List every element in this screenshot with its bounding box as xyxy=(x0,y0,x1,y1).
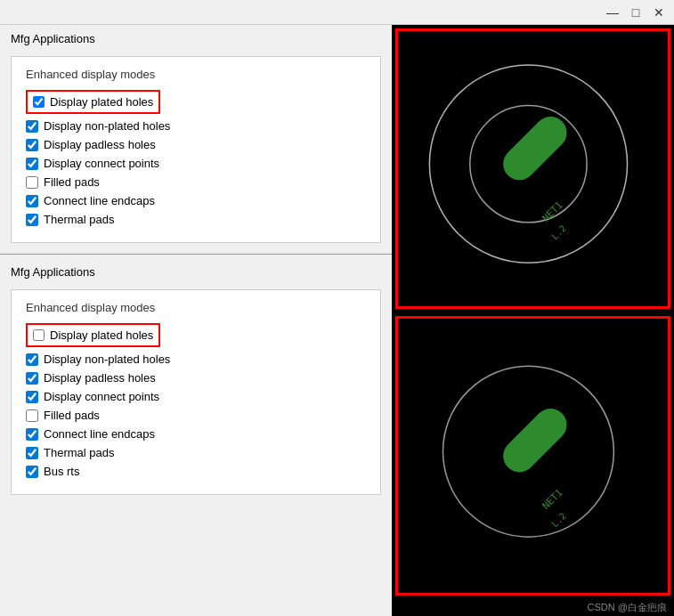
thermal-pads-2-label[interactable]: Thermal pads xyxy=(44,446,114,459)
filled-pads-label[interactable]: Filled pads xyxy=(44,175,100,189)
display-plated-holes-2-label[interactable]: Display plated holes xyxy=(50,328,153,342)
minimize-button[interactable]: — xyxy=(605,4,621,20)
right-panel: NET1 L.2 NET1 L.2 CSDN @白金疤痕 xyxy=(392,25,674,616)
display-non-plated-holes-label[interactable]: Display non-plated holes xyxy=(44,119,170,133)
close-button[interactable]: ✕ xyxy=(651,4,667,20)
svg-rect-2 xyxy=(497,109,573,186)
top-highlighted-checkbox-wrapper: Display plated holes xyxy=(26,90,160,114)
connect-line-endcaps-checkbox[interactable] xyxy=(26,195,38,207)
display-connect-points-checkbox[interactable] xyxy=(26,158,38,170)
window-controls: — □ ✕ xyxy=(605,4,667,20)
watermark: CSDN @白金疤痕 xyxy=(392,599,674,616)
bottom-item-8: Bus rts xyxy=(26,465,366,478)
display-connect-points-label[interactable]: Display connect points xyxy=(44,157,159,170)
top-item-4: Display connect points xyxy=(26,157,366,170)
display-padless-holes-label[interactable]: Display padless holes xyxy=(44,138,156,151)
filled-pads-checkbox[interactable] xyxy=(26,176,38,189)
main-content: Mfg Applications Enhanced display modes … xyxy=(0,25,674,616)
top-settings-box: Enhanced display modes Display plated ho… xyxy=(11,56,381,243)
connect-line-endcaps-2-label[interactable]: Connect line endcaps xyxy=(44,427,155,441)
display-connect-points-2-label[interactable]: Display connect points xyxy=(44,390,159,403)
display-padless-holes-2-label[interactable]: Display padless holes xyxy=(44,371,156,385)
top-highlight-wrapper: Display plated holes xyxy=(26,90,366,114)
display-non-plated-holes-checkbox[interactable] xyxy=(26,120,38,133)
connect-line-endcaps-label[interactable]: Connect line endcaps xyxy=(44,194,155,207)
svg-text:L.2: L.2 xyxy=(549,223,568,242)
top-item-7: Thermal pads xyxy=(26,213,366,226)
pcb-bottom-visualization: NET1 L.2 xyxy=(395,316,670,596)
display-plated-holes-label[interactable]: Display plated holes xyxy=(50,95,153,109)
bottom-highlighted-checkbox-wrapper: Display plated holes xyxy=(26,323,160,347)
filled-pads-2-label[interactable]: Filled pads xyxy=(44,409,100,422)
bottom-item-4: Display connect points xyxy=(26,390,366,403)
svg-text:NET1: NET1 xyxy=(540,486,565,511)
pcb-top-canvas: NET1 L.2 xyxy=(398,31,668,306)
thermal-pads-top-checkbox[interactable] xyxy=(26,214,38,226)
svg-text:L.2: L.2 xyxy=(549,510,568,529)
connect-line-endcaps-2-checkbox[interactable] xyxy=(26,428,38,441)
bottom-item-7: Thermal pads xyxy=(26,446,366,459)
display-connect-points-2-checkbox[interactable] xyxy=(26,391,38,403)
display-padless-holes-checkbox[interactable] xyxy=(26,139,38,151)
thermal-pads-top-label[interactable]: Thermal pads xyxy=(44,213,114,226)
bottom-item-6: Connect line endcaps xyxy=(26,427,366,441)
display-non-plated-holes-2-checkbox[interactable] xyxy=(26,353,38,366)
top-item-2: Display non-plated holes xyxy=(26,119,366,133)
bottom-item-5: Filled pads xyxy=(26,409,366,422)
bottom-section-header: Mfg Applications xyxy=(0,258,392,286)
display-plated-holes-2-checkbox[interactable] xyxy=(33,329,45,341)
svg-rect-6 xyxy=(497,401,573,478)
display-plated-holes-checkbox[interactable] xyxy=(33,96,45,108)
top-item-6: Connect line endcaps xyxy=(26,194,366,207)
display-non-plated-holes-2-label[interactable]: Display non-plated holes xyxy=(44,353,170,366)
title-bar: — □ ✕ xyxy=(0,0,674,25)
panel-divider xyxy=(0,254,392,255)
bus-rts-checkbox[interactable] xyxy=(26,466,38,478)
filled-pads-2-checkbox[interactable] xyxy=(26,409,38,422)
pcb-top-visualization: NET1 L.2 xyxy=(395,28,670,309)
top-section-header: Mfg Applications xyxy=(0,25,392,53)
pcb-bottom-canvas: NET1 L.2 xyxy=(398,319,668,594)
bottom-group-title: Enhanced display modes xyxy=(26,301,366,314)
top-group-title: Enhanced display modes xyxy=(26,68,366,81)
top-item-5: Filled pads xyxy=(26,175,366,189)
bottom-highlight-wrapper: Display plated holes xyxy=(26,323,366,347)
bottom-item-3: Display padless holes xyxy=(26,371,366,385)
maximize-button[interactable]: □ xyxy=(628,4,644,20)
bus-rts-label[interactable]: Bus rts xyxy=(44,465,79,478)
left-panel: Mfg Applications Enhanced display modes … xyxy=(0,25,392,616)
bottom-item-2: Display non-plated holes xyxy=(26,353,366,366)
top-item-3: Display padless holes xyxy=(26,138,366,151)
display-padless-holes-2-checkbox[interactable] xyxy=(26,372,38,385)
bottom-settings-box: Enhanced display modes Display plated ho… xyxy=(11,289,381,495)
thermal-pads-2-checkbox[interactable] xyxy=(26,447,38,459)
